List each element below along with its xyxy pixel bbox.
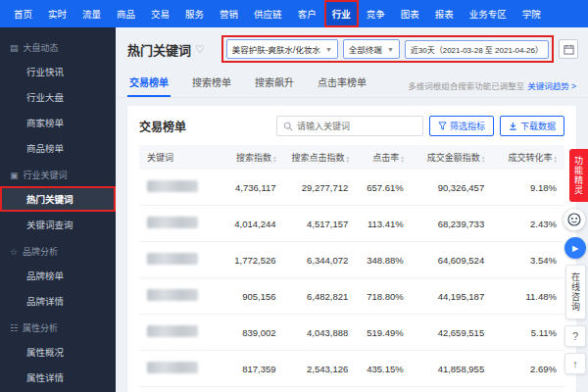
sidebar-item-industry-market[interactable]: 行业大盘 [0, 84, 116, 110]
sort-icon[interactable]: ▴▾ [482, 155, 485, 163]
column-header-search-click-index[interactable]: 搜索点击指数▴▾ [284, 145, 357, 170]
nav-item-traffic[interactable]: 流量 [74, 0, 109, 27]
page-header: 热门关键词 ♡ 美容护肤-爽肤水/化妆水 ▼ 全部终端 ▼ 近30天（2021-… [116, 27, 588, 69]
download-icon [509, 122, 517, 130]
sort-icon[interactable]: ▴▾ [401, 155, 404, 163]
calendar-icon [564, 44, 574, 55]
nav-item-marketing[interactable]: 营销 [212, 0, 246, 27]
sidebar-item-seller-ranking[interactable]: 商家榜单 [0, 110, 116, 135]
column-header-search-index[interactable]: 搜索指数▴▾ [216, 145, 283, 170]
main-content: 热门关键词 ♡ 美容护肤-爽肤水/化妆水 ▼ 全部终端 ▼ 近30天（2021-… [116, 27, 588, 392]
nav-item-competition[interactable]: 竞争 [359, 0, 393, 27]
table-row[interactable]: 12,140,6453,402,04128.17%41,798,0593.01% [139, 387, 564, 392]
category-select[interactable]: 美容护肤-爽肤水/化妆水 ▼ [226, 39, 338, 59]
nav-item-reports[interactable]: 报表 [427, 0, 462, 27]
back-to-top-button[interactable]: ↑ [564, 353, 586, 374]
floating-toolbar: 功能精灵 ▶ 在线咨询 ? ↑ [563, 149, 588, 374]
chevron-down-icon: ▼ [325, 46, 332, 53]
nav-item-home[interactable]: 首页 [6, 0, 40, 27]
sort-icon[interactable]: ▴▾ [273, 155, 276, 163]
help-button[interactable]: ? [564, 325, 586, 347]
tab-ctr-ranking[interactable]: 点击率榜单 [316, 69, 368, 97]
sidebar-item-industry-news[interactable]: 行业快讯 [0, 59, 116, 84]
terminal-select-value: 全部终端 [349, 43, 382, 55]
nav-item-business-zone[interactable]: 业务专区 [462, 0, 514, 27]
sidebar-item-goods-ranking[interactable]: 商品榜单 [0, 135, 116, 161]
nav-item-service[interactable]: 服务 [177, 0, 212, 27]
nav-item-industry[interactable]: 行业 [324, 0, 359, 27]
promo-tag[interactable]: 功能精灵 [569, 149, 588, 202]
sidebar-item-hot-keywords[interactable]: 热门关键词 [0, 186, 116, 212]
sidebar-section-label: 大盘动态 [24, 41, 59, 54]
sidebar-section-attribute: ☷ 属性分析 [0, 314, 116, 339]
sidebar-section-label: 品牌分析 [23, 245, 58, 258]
chevron-down-icon: ▼ [387, 46, 394, 53]
favorite-heart-icon[interactable]: ♡ [195, 43, 205, 56]
page-title: 热门关键词 [127, 40, 191, 59]
sidebar-section-brand: ☆ 品牌分析 [0, 237, 116, 263]
filter-controls-annotation: 美容护肤-爽肤水/化妆水 ▼ 全部终端 ▼ 近30天（2021-03-28 至 … [221, 35, 554, 63]
nav-item-academy[interactable]: 学院 [514, 0, 549, 27]
nav-item-charts[interactable]: 图表 [393, 0, 427, 27]
sidebar-section-label: 属性分析 [23, 321, 58, 334]
column-header-ctr[interactable]: 点击率▴▾ [356, 145, 411, 170]
nav-item-customer[interactable]: 客户 [290, 0, 324, 27]
assistant-mascot-icon[interactable] [563, 208, 586, 231]
funnel-icon [438, 122, 447, 130]
dashboard-icon: ▤ [10, 43, 19, 53]
sort-icon[interactable]: ▴▾ [554, 155, 557, 163]
sidebar-item-brand-detail[interactable]: 品牌详情 [0, 288, 116, 314]
keyword-search-input[interactable] [297, 122, 416, 131]
grid-icon: ☷ [10, 323, 18, 333]
star-icon: ☆ [10, 247, 18, 257]
table-header-row: 关键词 搜索指数▴▾ 搜索点击指数▴▾ 点击率▴▾ 成交金额指数▴▾ 成交转化率… [139, 145, 564, 170]
sidebar-item-attribute-overview[interactable]: 属性概况 [0, 339, 116, 365]
download-data-button[interactable]: 下载数据 [500, 116, 564, 136]
nav-item-trade[interactable]: 交易 [143, 0, 177, 27]
table-row[interactable]: 839,0024,043,888519.49%42,659,5155.11% [139, 315, 564, 351]
video-play-button[interactable]: ▶ [564, 237, 586, 259]
calendar-button[interactable] [559, 39, 578, 59]
notice-text: 多维词根组合搜索功能已调整至 [408, 81, 524, 91]
nav-item-realtime[interactable]: 实时 [40, 0, 74, 27]
column-header-gmv-index[interactable]: 成交金额指数▴▾ [412, 145, 492, 170]
masked-keyword [147, 180, 198, 192]
table-row[interactable]: 4,736,11729,277,712657.61%90,326,4579.18… [139, 170, 564, 206]
masked-keyword [147, 289, 198, 301]
keyword-trend-link[interactable]: 关键词趋势 > [527, 81, 576, 91]
masked-keyword [147, 362, 198, 373]
filter-metrics-button[interactable]: 筛选指标 [429, 116, 494, 136]
terminal-select[interactable]: 全部终端 ▼ [343, 39, 400, 59]
tab-search-rising[interactable]: 搜索飙升 [253, 69, 296, 97]
tab-trade-ranking[interactable]: 交易榜单 [127, 69, 171, 97]
column-header-conversion-rate[interactable]: 成交转化率▴▾ [492, 145, 564, 170]
card-title: 交易榜单 [139, 118, 186, 134]
top-navbar: 首页 实时 流量 商品 交易 服务 营销 供应链 客户 行业 竞争 图表 报表 … [0, 0, 588, 27]
sort-icon[interactable]: ▴▾ [347, 155, 350, 163]
main-layout: ▤ 大盘动态 行业快讯 行业大盘 商家榜单 商品榜单 ▣ 行业关键词 热门关键词… [0, 27, 588, 392]
sidebar-item-attribute-detail[interactable]: 属性详情 [0, 365, 116, 390]
category-select-value: 美容护肤-爽肤水/化妆水 [232, 43, 320, 55]
online-chat-button[interactable]: 在线咨询 [565, 265, 586, 319]
nav-item-goods[interactable]: 商品 [109, 0, 143, 27]
masked-keyword [147, 217, 198, 228]
nav-item-supply-chain[interactable]: 供应链 [246, 0, 290, 27]
sidebar: ▤ 大盘动态 行业快讯 行业大盘 商家榜单 商品榜单 ▣ 行业关键词 热门关键词… [0, 27, 116, 392]
sidebar-section-market: ▤ 大盘动态 [0, 33, 116, 59]
search-icon [283, 122, 293, 131]
table-row[interactable]: 817,3592,543,126435.15%41,858,9552.69% [139, 351, 564, 387]
table-row[interactable]: 4,014,2444,517,157113.41%68,239,7332.43% [139, 206, 564, 242]
table-row[interactable]: 905,1566,482,821718.80%44,195,18711.48% [139, 278, 564, 315]
masked-keyword [147, 253, 198, 265]
sidebar-section-keywords: ▣ 行业关键词 [0, 161, 116, 186]
keyword-search-box [276, 116, 423, 136]
column-header-keyword: 关键词 [139, 145, 216, 170]
sidebar-item-keyword-query[interactable]: 关键词查询 [0, 212, 116, 237]
sidebar-item-brand-ranking[interactable]: 品牌榜单 [0, 263, 116, 288]
keyword-table: 关键词 搜索指数▴▾ 搜索点击指数▴▾ 点击率▴▾ 成交金额指数▴▾ 成交转化率… [139, 145, 564, 392]
play-icon: ▶ [572, 244, 578, 253]
table-row[interactable]: 1,772,5266,344,072348.88%64,609,5243.54% [139, 242, 564, 278]
tab-search-ranking[interactable]: 搜索榜单 [190, 69, 233, 97]
tabs-bar: 交易榜单 搜索榜单 搜索飙升 点击率榜单 多维词根组合搜索功能已调整至关键词趋势… [116, 69, 588, 98]
date-range-picker[interactable]: 近30天（2021-03-28 至 2021-04-26） [405, 40, 549, 59]
